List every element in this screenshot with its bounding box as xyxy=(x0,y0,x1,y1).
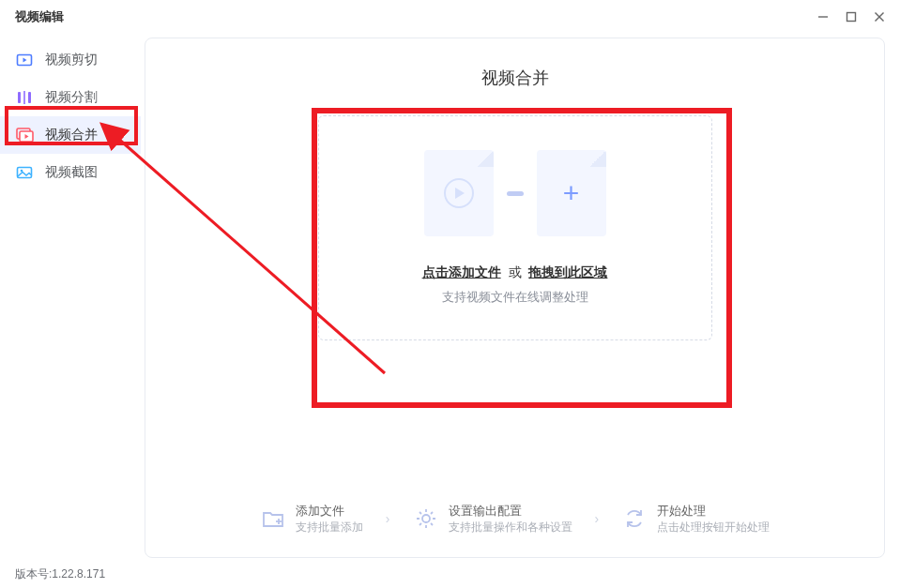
minimize-button[interactable] xyxy=(816,9,831,24)
drop-subtitle: 支持视频文件在线调整处理 xyxy=(442,289,588,306)
step-sub: 支持批量操作和各种设置 xyxy=(449,520,572,535)
step-title: 开始处理 xyxy=(657,503,770,520)
or-text: 或 xyxy=(505,264,526,279)
video-file-icon xyxy=(424,150,494,236)
merge-icon xyxy=(15,126,34,144)
screenshot-icon xyxy=(15,163,34,182)
sidebar-item-merge[interactable]: 视频合并 xyxy=(0,116,141,154)
step-title: 添加文件 xyxy=(296,503,363,520)
chevron-right-icon: › xyxy=(386,511,390,526)
refresh-icon xyxy=(621,505,648,532)
drop-illustration: + xyxy=(424,150,606,236)
step-configure: 设置输出配置 支持批量操作和各种设置 xyxy=(413,503,572,535)
step-sub: 支持批量添加 xyxy=(296,520,363,535)
sidebar-item-screenshot[interactable]: 视频截图 xyxy=(0,154,141,191)
gear-icon xyxy=(413,505,439,532)
sidebar-item-split[interactable]: 视频分割 xyxy=(0,79,141,116)
sidebar-item-label: 视频合并 xyxy=(45,127,98,143)
drag-here-text: 拖拽到此区域 xyxy=(528,264,607,279)
titlebar: 视频编辑 xyxy=(0,0,900,34)
steps-row: 添加文件 支持批量添加 › 设置输出配置 支持批量操作和各种设置 › xyxy=(145,503,884,535)
step-sub: 点击处理按钮开始处理 xyxy=(657,520,770,535)
app-title: 视频编辑 xyxy=(15,8,64,25)
sidebar-item-label: 视频分割 xyxy=(45,89,98,106)
step-add-files: 添加文件 支持批量添加 xyxy=(260,503,363,535)
page-title: 视频合并 xyxy=(145,67,884,89)
svg-point-16 xyxy=(422,515,430,522)
folder-add-icon xyxy=(260,505,286,532)
close-button[interactable] xyxy=(872,9,887,24)
svg-rect-1 xyxy=(847,13,856,22)
main-panel: 视频合并 + 点击添加文件 或 拖拽到此区域 支持视频文件在线调整处理 xyxy=(145,38,885,558)
split-icon xyxy=(15,88,34,107)
svg-marker-5 xyxy=(23,58,27,63)
step-title: 设置输出配置 xyxy=(449,503,572,520)
cut-icon xyxy=(15,51,34,69)
sidebar-item-cut[interactable]: 视频剪切 xyxy=(0,41,141,79)
sidebar-item-label: 视频截图 xyxy=(45,164,98,181)
svg-rect-6 xyxy=(18,92,21,103)
drop-instruction: 点击添加文件 或 拖拽到此区域 xyxy=(422,264,608,281)
chevron-right-icon: › xyxy=(595,511,600,526)
window-controls xyxy=(816,9,887,24)
sidebar: 视频剪切 视频分割 视频合并 视频截图 xyxy=(0,34,141,562)
add-file-icon: + xyxy=(537,150,606,236)
maximize-button[interactable] xyxy=(844,9,859,24)
click-add-link[interactable]: 点击添加文件 xyxy=(422,264,501,279)
svg-rect-8 xyxy=(28,92,31,103)
dash-icon xyxy=(507,191,524,196)
step-process: 开始处理 点击处理按钮开始处理 xyxy=(621,503,770,535)
version-label: 版本号:1.22.8.171 xyxy=(15,566,105,582)
drop-zone[interactable]: + 点击添加文件 或 拖拽到此区域 支持视频文件在线调整处理 xyxy=(318,115,712,340)
sidebar-item-label: 视频剪切 xyxy=(45,52,98,68)
